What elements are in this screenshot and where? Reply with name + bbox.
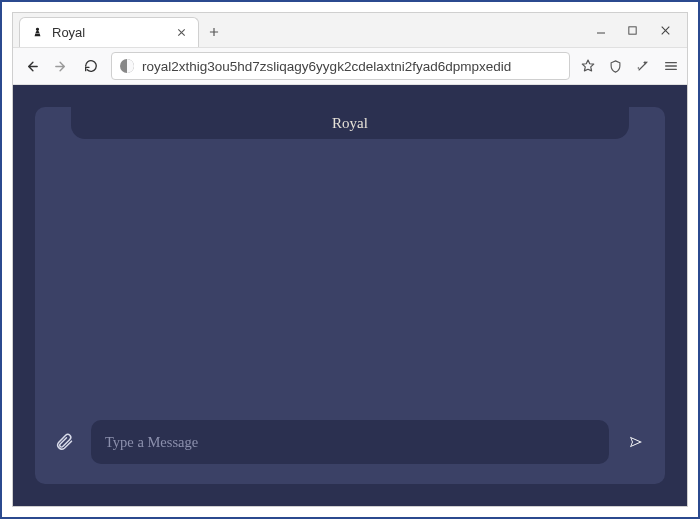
site-identity-icon xyxy=(120,59,134,73)
paperclip-icon xyxy=(54,432,74,452)
chat-body xyxy=(35,139,665,416)
reload-button[interactable] xyxy=(81,56,101,76)
tab-title: Royal xyxy=(52,25,174,40)
message-input[interactable] xyxy=(105,434,595,451)
window-frame: Royal xyxy=(0,0,700,519)
close-window-button[interactable] xyxy=(659,24,673,37)
sparkle-icon[interactable] xyxy=(635,58,651,74)
forward-button[interactable] xyxy=(51,56,71,76)
browser-tab[interactable]: Royal xyxy=(19,17,199,47)
chat-panel: Royal xyxy=(35,107,665,484)
close-icon[interactable] xyxy=(174,26,188,40)
browser-toolbar: royal2xthig3ou5hd7zsliqagy6yygk2cdelaxtn… xyxy=(13,47,687,85)
page-viewport: Royal xyxy=(13,85,687,506)
url-text: royal2xthig3ou5hd7zsliqagy6yygk2cdelaxtn… xyxy=(142,59,561,74)
menu-icon[interactable] xyxy=(663,58,679,74)
browser-window: Royal xyxy=(12,12,688,507)
new-tab-button[interactable] xyxy=(199,17,229,47)
chat-title: Royal xyxy=(332,115,368,132)
send-button[interactable] xyxy=(623,429,649,455)
minimize-button[interactable] xyxy=(595,24,609,36)
maximize-button[interactable] xyxy=(627,25,641,36)
paper-plane-icon xyxy=(628,434,644,450)
tab-strip: Royal xyxy=(13,13,687,47)
shield-icon[interactable] xyxy=(608,59,623,74)
chess-pawn-icon xyxy=(30,26,44,40)
back-button[interactable] xyxy=(21,56,41,76)
window-controls xyxy=(595,13,683,47)
message-input-wrap[interactable] xyxy=(91,420,609,464)
toolbar-right xyxy=(580,58,679,74)
chat-header: Royal xyxy=(71,107,629,139)
chat-composer xyxy=(51,416,649,468)
bookmark-icon[interactable] xyxy=(580,58,596,74)
svg-rect-0 xyxy=(629,26,636,33)
url-bar[interactable]: royal2xthig3ou5hd7zsliqagy6yygk2cdelaxtn… xyxy=(111,52,570,80)
attach-button[interactable] xyxy=(51,429,77,455)
